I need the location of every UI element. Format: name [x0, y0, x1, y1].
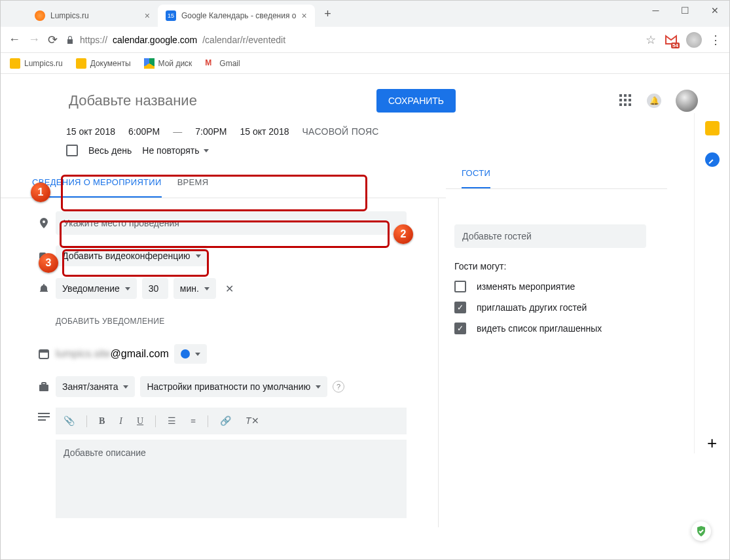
notification-type-dropdown[interactable]: Уведомление [56, 278, 137, 299]
availability-dropdown[interactable]: Занят/занята [56, 376, 135, 397]
modify-event-checkbox[interactable] [454, 281, 466, 292]
chevron-down-icon [204, 149, 209, 152]
see-guest-list-label: видеть список приглашенных [477, 323, 602, 334]
chevron-down-icon [195, 353, 200, 356]
browser-tab-2[interactable]: 15 Google Календарь - сведения о × [158, 5, 315, 27]
invite-others-checkbox[interactable]: ✓ [454, 302, 466, 313]
chevron-down-icon [123, 385, 128, 389]
notification-value[interactable]: 30 [142, 278, 168, 299]
bookmark-documents[interactable]: Документы [76, 58, 131, 69]
gmail-extension-icon[interactable]: 54 [664, 33, 678, 47]
add-notification-link[interactable]: ДОБАВИТЬ УВЕДОМЛЕНИЕ [56, 317, 165, 326]
briefcase-icon [38, 381, 50, 393]
event-title-input[interactable] [66, 87, 361, 114]
italic-button[interactable]: I [117, 413, 125, 429]
modify-event-label: изменять мероприятие [477, 281, 575, 292]
link-button[interactable]: 🔗 [217, 413, 234, 429]
gmail-icon: M [205, 58, 215, 69]
bookmark-star-icon[interactable]: ☆ [646, 33, 656, 47]
close-window-button[interactable]: ✕ [700, 1, 729, 20]
keep-icon[interactable] [705, 121, 720, 135]
bookmarks-bar: Lumpics.ru Документы Мой диск MGmail [1, 53, 729, 74]
back-button[interactable]: ← [9, 33, 20, 46]
url-path: /calendar/r/eventedit [202, 35, 285, 45]
timezone-link[interactable]: ЧАСОВОЙ ПОЯС [302, 126, 378, 137]
new-tab-button[interactable]: + [319, 5, 337, 23]
editor-toolbar: 📎 B I U ☰ ≡ 🔗 T✕ [56, 408, 407, 434]
all-day-checkbox[interactable] [66, 145, 78, 156]
color-dot-icon [181, 349, 190, 359]
close-icon[interactable]: × [301, 10, 306, 21]
folder-icon [76, 58, 86, 69]
underline-button[interactable]: U [134, 413, 146, 429]
add-guests-input[interactable]: Добавьте гостей [454, 224, 646, 248]
chevron-down-icon [196, 254, 201, 258]
apps-grid-icon[interactable] [619, 94, 632, 107]
chevron-down-icon [204, 287, 210, 290]
account-avatar[interactable] [676, 90, 698, 112]
address-bar[interactable]: https://calendar.google.com/calendar/r/e… [65, 35, 638, 45]
tasks-icon[interactable] [705, 152, 720, 167]
reload-button[interactable]: ⟳ [48, 33, 58, 47]
notification-unit-dropdown[interactable]: мин. [173, 278, 216, 299]
url-prefix: https:// [80, 35, 107, 45]
svg-rect-4 [42, 383, 46, 385]
all-day-label: Весь день [88, 145, 132, 156]
end-time-chip[interactable]: 7:00PM [195, 126, 227, 137]
tab-time[interactable]: ВРЕМЯ [177, 168, 209, 198]
bell-icon [38, 283, 50, 294]
close-icon[interactable]: × [145, 10, 150, 21]
favicon-icon: 15 [166, 10, 176, 21]
calendar-icon [38, 348, 50, 360]
numbered-list-button[interactable]: ☰ [165, 413, 179, 429]
favicon-icon [35, 10, 45, 21]
notifications-icon[interactable]: 🔔 [647, 94, 661, 108]
side-panel: + [694, 113, 729, 453]
chevron-down-icon [316, 385, 321, 389]
remove-notification-button[interactable]: ✕ [221, 283, 238, 295]
video-icon [38, 250, 50, 262]
start-time-chip[interactable]: 6:00PM [128, 126, 160, 137]
folder-icon [10, 58, 20, 69]
add-panel-icon[interactable]: + [707, 433, 717, 453]
bold-button[interactable]: B [96, 413, 107, 429]
profile-avatar[interactable] [686, 32, 702, 48]
time-dash: — [173, 126, 182, 137]
start-date-chip[interactable]: 15 окт 2018 [66, 126, 115, 137]
forward-button[interactable]: → [28, 33, 40, 46]
browser-titlebar: Lumpics.ru × 15 Google Календарь - сведе… [1, 1, 729, 27]
svg-rect-5 [38, 413, 50, 414]
minimize-button[interactable]: ─ [641, 1, 670, 20]
see-guest-list-checkbox[interactable]: ✓ [454, 323, 466, 334]
video-conference-dropdown[interactable]: Добавить видеоконференцию [56, 245, 208, 266]
help-icon[interactable]: ? [333, 381, 344, 393]
location-input[interactable]: Укажите место проведения [56, 211, 407, 235]
bullet-list-button[interactable]: ≡ [188, 413, 198, 429]
tab-guests[interactable]: ГОСТИ [462, 168, 490, 188]
tab-title: Lumpics.ru [50, 11, 89, 20]
svg-rect-2 [39, 350, 48, 353]
bookmark-drive[interactable]: Мой диск [144, 58, 192, 69]
drive-icon [144, 58, 155, 69]
end-date-chip[interactable]: 15 окт 2018 [240, 126, 289, 137]
calendar-email: lumpics.site@gmail.com [56, 348, 169, 360]
bookmark-lumpics[interactable]: Lumpics.ru [10, 58, 63, 69]
calendar-color-picker[interactable] [174, 344, 207, 364]
url-bar-row: ← → ⟳ https://calendar.google.com/calend… [1, 27, 729, 53]
attach-icon[interactable]: 📎 [61, 413, 77, 429]
description-textarea[interactable]: Добавьте описание [56, 440, 407, 518]
security-shield-icon[interactable] [691, 521, 711, 541]
tab-event-details[interactable]: СВЕДЕНИЯ О МЕРОПРИЯТИИ [32, 168, 162, 198]
privacy-dropdown[interactable]: Настройки приватности по умолчанию [140, 376, 327, 397]
save-button[interactable]: СОХРАНИТЬ [376, 89, 456, 113]
chevron-down-icon [125, 287, 130, 290]
bookmark-gmail[interactable]: MGmail [205, 58, 240, 69]
repeat-dropdown[interactable]: Не повторять [142, 145, 208, 156]
clear-format-button[interactable]: T✕ [243, 413, 262, 429]
svg-rect-6 [38, 416, 50, 417]
browser-menu-icon[interactable]: ⋮ [710, 33, 721, 47]
browser-tab-1[interactable]: Lumpics.ru × [27, 5, 158, 27]
lock-icon [65, 35, 75, 44]
tab-title: Google Календарь - сведения о [181, 11, 296, 20]
maximize-button[interactable]: ☐ [670, 1, 700, 20]
